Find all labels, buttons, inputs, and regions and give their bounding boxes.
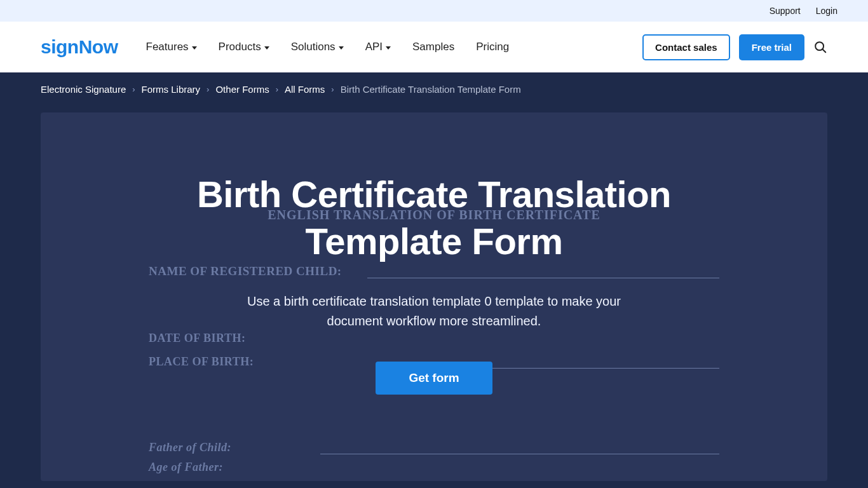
- main-nav: Features Products Solutions API Samples …: [146, 41, 510, 53]
- support-link[interactable]: Support: [770, 6, 801, 16]
- nav-solutions-label: Solutions: [291, 41, 336, 53]
- breadcrumb-separator-icon: ›: [276, 85, 278, 94]
- breadcrumb-separator-icon: ›: [132, 85, 135, 94]
- breadcrumb-electronic-signature[interactable]: Electronic Signature: [41, 84, 126, 95]
- chevron-down-icon: [339, 46, 344, 50]
- nav-samples[interactable]: Samples: [412, 41, 454, 53]
- svg-line-1: [822, 49, 825, 52]
- get-form-button[interactable]: Get form: [376, 362, 492, 395]
- breadcrumb-other-forms[interactable]: Other Forms: [215, 84, 269, 95]
- breadcrumb-all-forms[interactable]: All Forms: [285, 84, 325, 95]
- nav-samples-label: Samples: [412, 41, 454, 53]
- search-icon[interactable]: [813, 40, 827, 54]
- page-title: Birth Certificate Translation Template F…: [193, 171, 675, 265]
- hero-content: Birth Certificate Translation Template F…: [41, 112, 827, 481]
- contact-sales-button[interactable]: Contact sales: [642, 34, 730, 60]
- nav-pricing[interactable]: Pricing: [476, 41, 509, 53]
- page-subtitle: Use a birth certificate translation temp…: [231, 292, 637, 331]
- nav-products[interactable]: Products: [219, 41, 269, 53]
- free-trial-button[interactable]: Free trial: [739, 34, 804, 60]
- nav-api[interactable]: API: [365, 41, 391, 53]
- logo-now: Now: [79, 36, 118, 57]
- nav-api-label: API: [365, 41, 383, 53]
- utility-bar: Support Login: [0, 0, 868, 22]
- chevron-down-icon: [264, 46, 269, 50]
- main-header: signNow Features Products Solutions API …: [0, 22, 868, 72]
- nav-pricing-label: Pricing: [476, 41, 509, 53]
- breadcrumb: Electronic Signature › Forms Library › O…: [19, 72, 849, 95]
- hero-box: ENGLISH TRANSLATION OF BIRTH CERTIFICATE…: [41, 112, 827, 481]
- breadcrumb-separator-icon: ›: [207, 85, 209, 94]
- nav-products-label: Products: [219, 41, 261, 53]
- hero-section: Electronic Signature › Forms Library › O…: [0, 72, 868, 488]
- header-actions: Contact sales Free trial: [642, 34, 827, 60]
- breadcrumb-separator-icon: ›: [331, 85, 334, 94]
- logo[interactable]: signNow: [41, 36, 118, 58]
- breadcrumb-forms-library[interactable]: Forms Library: [142, 84, 201, 95]
- nav-features-label: Features: [146, 41, 189, 53]
- logo-sign: sign: [41, 36, 79, 57]
- breadcrumb-current: Birth Certificate Translation Template F…: [341, 84, 521, 95]
- nav-solutions[interactable]: Solutions: [291, 41, 344, 53]
- chevron-down-icon: [192, 46, 197, 50]
- nav-features[interactable]: Features: [146, 41, 197, 53]
- login-link[interactable]: Login: [816, 6, 837, 16]
- chevron-down-icon: [386, 46, 391, 50]
